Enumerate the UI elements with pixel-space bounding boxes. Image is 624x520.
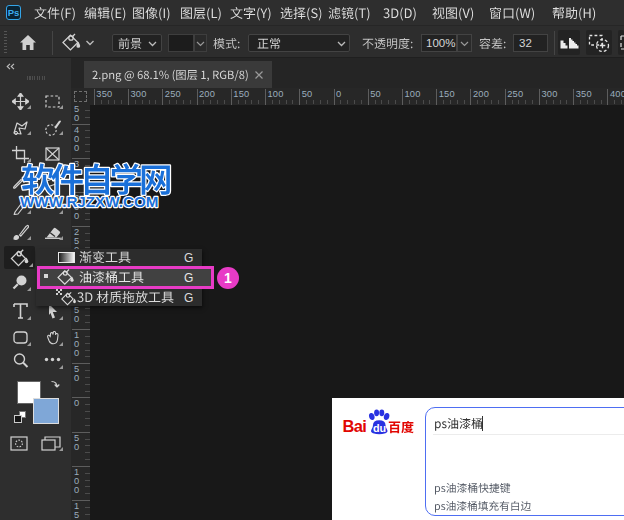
svg-text:WWW.RJZXW.COM: WWW.RJZXW.COM	[20, 193, 158, 210]
svg-text:Bai: Bai	[343, 417, 367, 435]
svg-text:du: du	[373, 422, 386, 434]
